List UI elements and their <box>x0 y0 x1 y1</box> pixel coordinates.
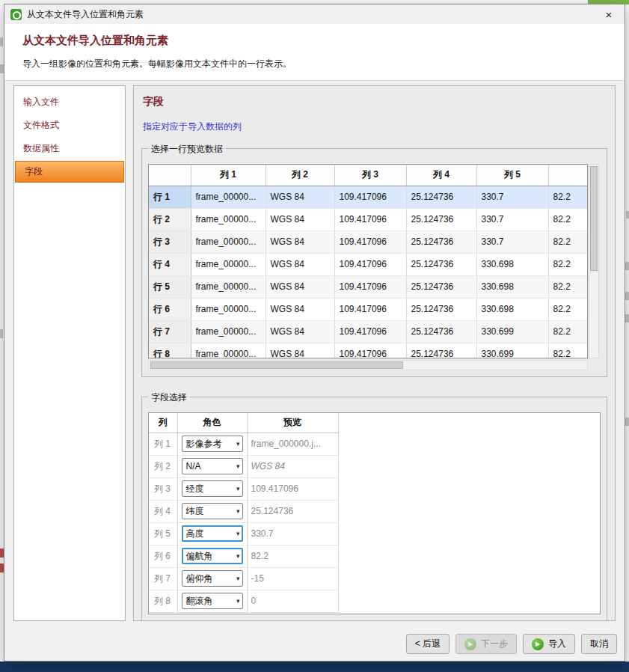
cell: WGS 84 <box>266 208 334 230</box>
horizontal-scrollbar[interactable] <box>148 360 588 370</box>
next-arrow-icon: ▶ <box>464 638 476 650</box>
role-select[interactable]: 翻滚角 ▾ <box>182 593 243 609</box>
sidebar-item-input-file[interactable]: 输入文件 <box>14 91 125 114</box>
cell: 25.124736 <box>406 298 476 320</box>
table-row[interactable]: 行 1 frame_00000... WGS 84 109.417096 25.… <box>149 186 588 208</box>
sidebar-item-file-format[interactable]: 文件格式 <box>14 114 125 137</box>
chevron-down-icon: ▾ <box>236 530 240 537</box>
row-header[interactable]: 行 7 <box>149 320 191 343</box>
preview-value: 0 <box>251 596 257 606</box>
cell: 109.417096 <box>334 186 406 208</box>
page-title: 从文本文件导入位置和角元素 <box>22 34 607 48</box>
cell: WGS 84 <box>266 320 334 343</box>
cell: WGS 84 <box>266 298 334 320</box>
cell: 82.2 <box>548 253 588 275</box>
role-select[interactable]: 俯仰角 ▾ <box>182 570 243 587</box>
cell: WGS 84 <box>247 455 338 477</box>
cell: 330.699 <box>476 343 548 358</box>
row-header[interactable]: 行 8 <box>149 343 191 358</box>
cell: WGS 84 <box>266 343 334 358</box>
cell: WGS 84 <box>266 230 334 253</box>
role-select[interactable]: 纬度 ▾ <box>182 503 243 519</box>
table-row[interactable]: 行 5 frame_00000... WGS 84 109.417096 25.… <box>149 275 588 298</box>
cell: 25.124736 <box>406 320 476 343</box>
table-row[interactable]: 行 2 frame_00000... WGS 84 109.417096 25.… <box>149 208 588 230</box>
chevron-down-icon: ▾ <box>236 440 240 448</box>
scrollbar-thumb[interactable] <box>150 361 403 369</box>
cell: frame_00000... <box>191 275 266 298</box>
cell: 109.417096 <box>334 320 406 343</box>
row-header[interactable]: 行 2 <box>149 208 191 230</box>
preview-groupbox: 选择一行预览数据 列 1 <box>141 148 607 377</box>
cancel-button[interactable]: 取消 <box>581 634 617 654</box>
background-fragment <box>625 262 629 270</box>
cell: 82.2 <box>548 343 588 358</box>
taskbar <box>0 662 629 672</box>
column-label: 列 8 <box>149 590 177 612</box>
row-header[interactable]: 行 4 <box>149 253 191 275</box>
app-icon <box>10 9 22 20</box>
sidebar-item-data-properties[interactable]: 数据属性 <box>14 137 125 160</box>
role-select[interactable]: N/A ▾ <box>182 458 243 474</box>
chevron-down-icon: ▾ <box>236 575 240 582</box>
back-button[interactable]: < 后退 <box>406 634 449 654</box>
titlebar: 从文本文件导入位置和角元素 × <box>4 4 625 24</box>
cell: 109.417096 <box>334 275 406 298</box>
cell: 109.417096 <box>334 253 406 275</box>
table-row[interactable]: 行 6 frame_00000... WGS 84 109.417096 25.… <box>149 298 588 320</box>
cell: 0 <box>247 590 338 612</box>
screen: 从文本文件导入位置和角元素 × 从文本文件导入位置和角元素 导入一组影像的位置和… <box>0 0 629 672</box>
cell: frame_00000... <box>191 298 266 320</box>
cell: 330.7 <box>247 522 338 545</box>
field-row: 列 5 高度 ▾ 330.7 <box>149 522 338 545</box>
table-row[interactable]: 行 3 frame_00000... WGS 84 109.417096 25.… <box>149 230 588 253</box>
column-header: 列 4 <box>406 165 476 186</box>
column-label: 列 4 <box>149 500 177 522</box>
cell: WGS 84 <box>266 275 334 298</box>
preview-value: -15 <box>251 573 264 584</box>
vertical-scrollbar[interactable] <box>589 164 599 358</box>
preview-table-viewport: 列 1 列 2 列 3 列 4 列 5 <box>148 164 588 358</box>
row-header[interactable]: 行 5 <box>149 275 191 298</box>
chevron-down-icon: ▾ <box>236 507 240 515</box>
field-row: 列 1 影像参考 ▾ frame_000000.j... <box>149 433 338 455</box>
role-select[interactable]: 偏航角 ▾ <box>182 548 243 564</box>
role-select-value: N/A <box>186 461 201 471</box>
table-row[interactable]: 行 4 frame_00000... WGS 84 109.417096 25.… <box>149 253 588 275</box>
background-fragment <box>625 292 629 300</box>
cell: WGS 84 <box>266 253 334 275</box>
row-header[interactable]: 行 1 <box>149 186 191 208</box>
cell: N/A ▾ <box>177 455 247 477</box>
preview-value: 82.2 <box>251 551 269 561</box>
cell: 330.7 <box>476 186 548 208</box>
import-button[interactable]: ▶ 导入 <box>523 634 575 654</box>
scrollbar-thumb[interactable] <box>590 166 598 271</box>
field-row: 列 7 俯仰角 ▾ -15 <box>149 567 338 590</box>
cell: frame_000000.j... <box>247 433 338 455</box>
column-label: 列 2 <box>149 455 177 477</box>
column-header: 列 1 <box>191 165 266 186</box>
column-header: 列 5 <box>476 165 548 186</box>
preview-table-area: 列 1 列 2 列 3 列 4 列 5 <box>148 164 601 370</box>
cell: 82.2 <box>548 186 588 208</box>
table-row[interactable]: 行 7 frame_00000... WGS 84 109.417096 25.… <box>149 320 588 343</box>
cell: WGS 84 <box>266 186 334 208</box>
cell: frame_00000... <box>191 230 266 253</box>
header-row: 列 1 列 2 列 3 列 4 列 5 <box>149 165 588 186</box>
column-header: 预览 <box>247 413 338 433</box>
row-header[interactable]: 行 3 <box>149 230 191 253</box>
role-select[interactable]: 影像参考 ▾ <box>182 436 243 452</box>
close-button[interactable]: × <box>593 4 625 24</box>
field-row: 列 6 偏航角 ▾ 82.2 <box>149 545 338 567</box>
column-label: 列 5 <box>149 522 177 545</box>
row-header[interactable]: 行 6 <box>149 298 191 320</box>
role-select[interactable]: 经度 ▾ <box>182 480 243 497</box>
table-row[interactable]: 行 8 frame_00000... WGS 84 109.417096 25.… <box>149 343 588 358</box>
cell: 经度 ▾ <box>177 477 247 500</box>
role-select-value: 经度 <box>186 483 204 495</box>
cell: 109.417096 <box>334 298 406 320</box>
role-select[interactable]: 高度 ▾ <box>182 525 243 542</box>
sidebar-item-fields[interactable]: 字段 <box>15 161 124 183</box>
steps-sidebar: 输入文件 文件格式 数据属性 字段 <box>13 85 126 621</box>
column-header: 列 2 <box>266 165 334 186</box>
